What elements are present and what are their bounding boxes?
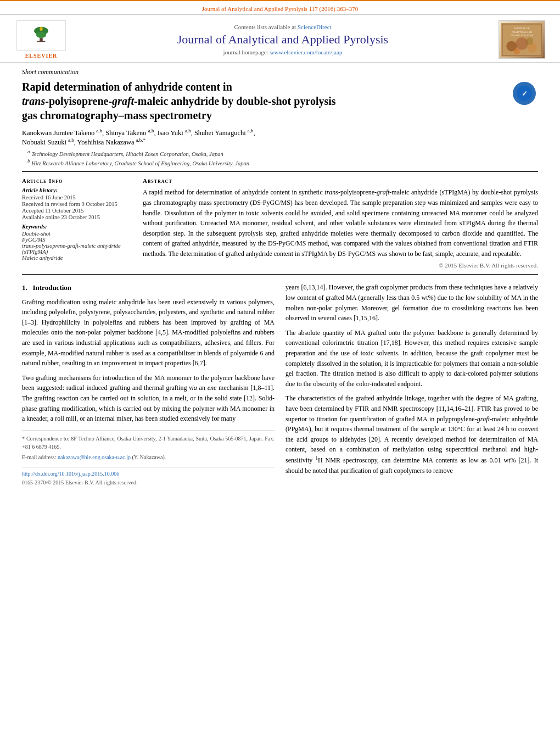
received-revised-date: Received in revised form 9 October 2015 — [22, 201, 132, 207]
journal-header: ELSEVIER Contents lists available at Sci… — [0, 15, 560, 63]
journal-homepage-url[interactable]: www.elsevier.com/locate/jaap — [270, 49, 343, 55]
svg-point-13 — [513, 48, 519, 54]
right-paragraph-3: The characteristics of the grafted anhyd… — [285, 393, 538, 476]
body-right-column: years [6,13,14]. However, the graft copo… — [285, 282, 538, 487]
journal-icon-area: JOURNAL OF ANALYTICAL AND APPLIED PYROLY… — [494, 20, 549, 59]
svg-text:JOURNAL OF: JOURNAL OF — [514, 27, 530, 30]
elsevier-label: ELSEVIER — [25, 53, 58, 59]
svg-text:APPLIED PYROLYSIS: APPLIED PYROLYSIS — [511, 34, 533, 37]
article-type: Short communication — [22, 68, 538, 76]
journal-reference: Journal of Analytical and Applied Pyroly… — [0, 2, 560, 15]
bottom-doi-info: http://dx.doi.org/10.1016/j.jaap.2015.10… — [22, 467, 275, 487]
journal-cover-icon: JOURNAL OF ANALYTICAL AND APPLIED PYROLY… — [499, 20, 545, 59]
intro-paragraph-2: Two grafting mechanisms for introduction… — [22, 373, 275, 424]
right-paragraph-1: years [6,13,14]. However, the graft copo… — [285, 282, 538, 323]
affiliation-a: a Technology Development Headquarters, H… — [22, 149, 538, 157]
accepted-date: Accepted 11 October 2015 — [22, 208, 132, 214]
keyword-3: trans-polyisoprene-graft-maleic anhydrid… — [22, 243, 132, 249]
svg-point-4 — [40, 27, 43, 31]
journal-homepage-line: journal homepage: www.elsevier.com/locat… — [80, 49, 486, 55]
keywords-list: Double-shot PyGC/MS trans-polyisoprene-g… — [22, 231, 132, 261]
keywords-label: Keywords: — [22, 224, 132, 230]
article-info-col: Article Info Article history: Received 1… — [22, 177, 132, 269]
article-title-italic2: graft — [112, 95, 134, 107]
available-date: Available online 23 October 2015 — [22, 214, 132, 220]
keyword-4: (sTPIgMA) — [22, 249, 132, 255]
footnote-area: * Correspondence to: 8F Techno Alliance,… — [22, 431, 275, 462]
svg-point-11 — [516, 37, 528, 50]
abstract-heading: Abstract — [143, 177, 538, 184]
journal-cover-image: JOURNAL OF ANALYTICAL AND APPLIED PYROLY… — [501, 22, 542, 58]
body-left-column: 1. Introduction Grafting modification us… — [22, 282, 275, 487]
copyright-notice: © 2015 Elsevier B.V. All rights reserved… — [143, 262, 538, 269]
issn-line: 0165-2370/© 2015 Elsevier B.V. All right… — [22, 478, 275, 487]
article-info-abstract-columns: Article Info Article history: Received 1… — [22, 177, 538, 269]
crossmark-icon: ✓ — [513, 82, 536, 105]
article-title-italic1: trans — [22, 95, 45, 107]
svg-point-14 — [526, 37, 533, 44]
article-body: Short communication Rapid determination … — [0, 63, 560, 492]
divider-after-abstract — [22, 274, 538, 275]
svg-rect-3 — [37, 41, 46, 42]
abstract-col: Abstract A rapid method for determinatio… — [143, 177, 538, 269]
keyword-5: Maleic anhydride — [22, 255, 132, 261]
right-paragraph-2: The absolute quantity of MA grafted onto… — [285, 328, 538, 389]
top-accent-bar — [0, 0, 560, 1]
received-date: Received 16 June 2015 — [22, 194, 132, 200]
svg-text:ANALYTICAL AND: ANALYTICAL AND — [512, 30, 531, 33]
section-number: 1. — [22, 283, 27, 292]
elsevier-logo-box — [16, 20, 66, 51]
email-link[interactable]: nakazawa@hie.eng.osaka-u.ac.jp — [58, 454, 131, 460]
authors-line: Kanokwan Jumtee Takeno a,b, Shinya Taken… — [22, 128, 538, 147]
crossmark-badge-area[interactable]: ✓ — [511, 80, 538, 107]
journal-title: Journal of Analytical and Applied Pyroly… — [80, 32, 486, 47]
svg-text:✓: ✓ — [522, 90, 528, 98]
elsevier-logo-area: ELSEVIER — [11, 20, 71, 59]
history-label: Article history: — [22, 187, 132, 193]
footnote-email: E-mail address: nakazawa@hie.eng.osaka-u… — [22, 453, 275, 462]
article-info-heading: Article Info — [22, 177, 132, 184]
elsevier-tree-icon — [25, 26, 58, 45]
doi-line[interactable]: http://dx.doi.org/10.1016/j.jaap.2015.10… — [22, 470, 275, 478]
keyword-2: PyGC/MS — [22, 237, 132, 243]
sciencedirect-link[interactable]: ScienceDirect — [298, 24, 332, 30]
sciencedirect-line: Contents lists available at ScienceDirec… — [80, 24, 486, 30]
footnote-correspondence: * Correspondence to: 8F Techno Alliance,… — [22, 434, 275, 451]
article-title: Rapid determination of anhydride content… — [22, 80, 538, 122]
body-columns: 1. Introduction Grafting modification us… — [22, 282, 538, 487]
keyword-1: Double-shot — [22, 231, 132, 237]
intro-paragraph-1: Grafting modification using maleic anhyd… — [22, 297, 275, 369]
affiliation-b: b Hitz Research Alliance Laboratory, Gra… — [22, 158, 538, 166]
abstract-text: A rapid method for determination of anhy… — [143, 187, 538, 259]
divider-after-affiliations — [22, 171, 538, 172]
svg-point-1 — [36, 32, 46, 38]
journal-header-center: Contents lists available at ScienceDirec… — [71, 24, 494, 55]
intro-section-title: 1. Introduction — [22, 282, 275, 293]
